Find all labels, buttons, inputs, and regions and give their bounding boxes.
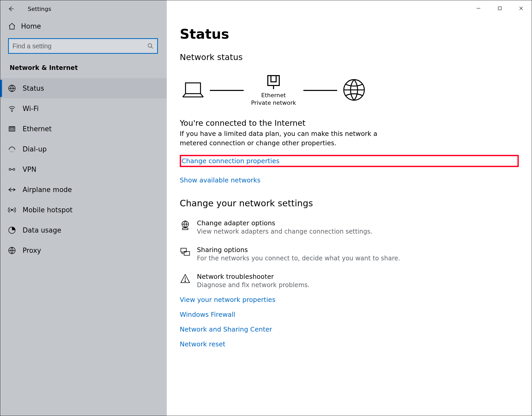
link-change-connection-properties[interactable]: Change connection properties <box>180 155 519 167</box>
svg-point-7 <box>13 168 15 170</box>
sidebar-item-label: VPN <box>23 166 36 173</box>
svg-point-20 <box>185 281 185 282</box>
sidebar-item-wifi[interactable]: Wi-Fi <box>0 98 167 119</box>
minimize-button[interactable] <box>468 2 489 15</box>
network-diagram: Ethernet Private network <box>181 74 519 107</box>
sidebar-category: Network & Internet <box>0 59 167 78</box>
svg-rect-14 <box>271 76 276 82</box>
ethernet-icon <box>8 125 23 133</box>
troubleshooter-icon <box>180 273 197 284</box>
vpn-icon <box>8 166 23 173</box>
option-sharing[interactable]: Sharing options For the networks you con… <box>180 246 519 262</box>
option-subtitle: Diagnose and fix network problems. <box>197 281 310 289</box>
option-title: Network troubleshooter <box>197 273 310 280</box>
sidebar-header: Settings <box>0 2 167 16</box>
sidebar-item-vpn[interactable]: VPN <box>0 159 167 180</box>
link-network-reset[interactable]: Network reset <box>180 340 519 348</box>
svg-point-8 <box>11 209 13 211</box>
sidebar-item-label: Ethernet <box>23 125 52 133</box>
sidebar-item-proxy[interactable]: Proxy <box>0 240 167 261</box>
sidebar-item-label: Airplane mode <box>23 186 72 194</box>
option-change-adapter[interactable]: Change adapter options View network adap… <box>180 219 519 235</box>
sharing-options-icon <box>180 246 197 257</box>
window-controls <box>468 2 532 15</box>
sidebar: Settings Home Network & Internet Status … <box>0 0 167 416</box>
sidebar-item-airplane[interactable]: Airplane mode <box>0 180 167 200</box>
sidebar-item-label: Data usage <box>23 226 61 234</box>
option-troubleshooter[interactable]: Network troubleshooter Diagnose and fix … <box>180 273 519 289</box>
hotspot-icon <box>8 206 23 214</box>
network-type-label: Private network <box>251 99 296 107</box>
internet-globe-icon <box>342 78 366 103</box>
sidebar-item-hotspot[interactable]: Mobile hotspot <box>0 200 167 220</box>
sidebar-item-status[interactable]: Status <box>0 78 167 98</box>
link-view-network-properties[interactable]: View your network properties <box>180 296 519 303</box>
sidebar-item-label: Dial-up <box>23 145 47 153</box>
svg-rect-12 <box>185 83 201 94</box>
option-subtitle: View network adapters and change connect… <box>197 228 373 235</box>
svg-rect-17 <box>183 228 188 229</box>
main-content: Status Network status Ethernet Private n… <box>167 0 532 416</box>
wifi-icon <box>8 105 23 113</box>
proxy-icon <box>8 247 23 254</box>
airplane-icon <box>8 186 23 194</box>
adapter-options-icon <box>180 219 197 231</box>
sidebar-item-home[interactable]: Home <box>0 16 167 37</box>
home-label: Home <box>21 22 41 30</box>
change-settings-heading: Change your network settings <box>180 198 519 208</box>
svg-rect-5 <box>11 127 13 128</box>
maximize-button[interactable] <box>489 2 510 15</box>
back-button[interactable] <box>7 5 15 13</box>
option-title: Sharing options <box>197 246 400 254</box>
svg-point-6 <box>9 168 11 170</box>
sidebar-item-label: Wi-Fi <box>23 105 39 113</box>
sidebar-item-label: Status <box>23 84 44 92</box>
svg-point-2 <box>12 111 12 112</box>
sidebar-item-dialup[interactable]: Dial-up <box>0 139 167 159</box>
svg-rect-13 <box>268 76 279 85</box>
sidebar-item-ethernet[interactable]: Ethernet <box>0 119 167 139</box>
search-icon <box>147 43 154 49</box>
page-title: Status <box>180 26 519 42</box>
sidebar-item-datausage[interactable]: Data usage <box>0 220 167 240</box>
window-title: Settings <box>28 6 51 12</box>
connected-heading: You're connected to the Internet <box>180 118 519 128</box>
option-title: Change adapter options <box>197 219 373 227</box>
option-subtitle: For the networks you connect to, decide … <box>197 255 400 262</box>
search-input[interactable] <box>12 42 147 50</box>
network-status-heading: Network status <box>180 52 519 62</box>
data-usage-icon <box>8 226 23 234</box>
home-icon <box>8 22 21 30</box>
connected-description: If you have a limited data plan, you can… <box>180 129 382 148</box>
svg-point-0 <box>148 44 152 47</box>
adapter-label: Ethernet <box>251 92 296 99</box>
link-windows-firewall[interactable]: Windows Firewall <box>180 311 519 318</box>
link-network-sharing-center[interactable]: Network and Sharing Center <box>180 326 519 333</box>
laptop-icon <box>181 80 205 101</box>
sidebar-item-label: Mobile hotspot <box>23 206 72 214</box>
svg-rect-11 <box>498 7 501 10</box>
search-box[interactable] <box>8 38 158 54</box>
connection-line <box>210 90 244 91</box>
link-show-available-networks[interactable]: Show available networks <box>180 176 519 184</box>
globe-icon <box>8 84 23 92</box>
connection-line <box>303 90 337 91</box>
dialup-icon <box>8 145 23 153</box>
router-icon <box>266 74 281 91</box>
sidebar-item-label: Proxy <box>23 247 41 254</box>
close-button[interactable] <box>510 2 532 15</box>
